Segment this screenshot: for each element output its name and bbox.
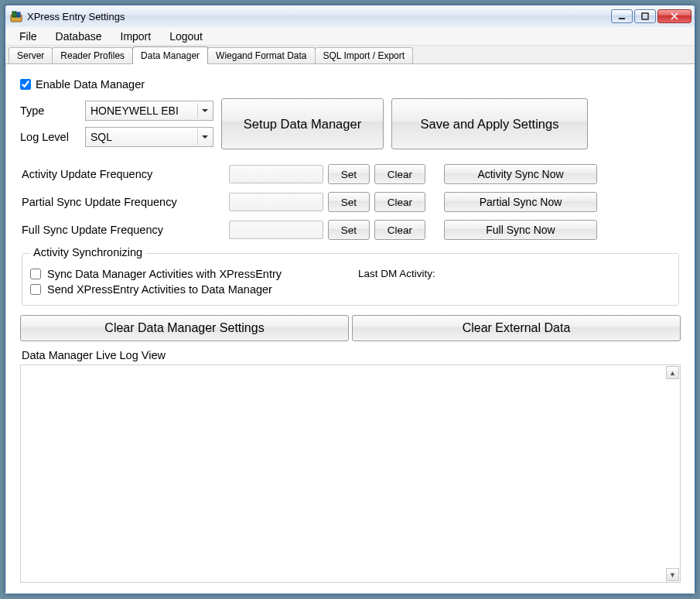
tab-wiegand[interactable]: Wiegand Format Data [207, 47, 315, 63]
group-legend: Activity Synchronizing [30, 246, 145, 258]
tab-server[interactable]: Server [9, 47, 53, 63]
tabstrip: Server Reader Profiles Data Manager Wieg… [5, 46, 695, 64]
last-dm-activity: Last DM Activity: [358, 266, 671, 297]
full-clear-button[interactable]: Clear [374, 220, 425, 240]
menubar: File Database Import Logout [5, 27, 695, 46]
activity-freq-label: Activity Update Frequency [22, 168, 224, 180]
svg-rect-3 [619, 18, 625, 19]
loglevel-label: Log Level [20, 131, 85, 143]
clear-external-data-button[interactable]: Clear External Data [352, 315, 681, 341]
full-set-button[interactable]: Set [328, 220, 370, 240]
partial-set-button[interactable]: Set [328, 192, 370, 212]
type-value: HONEYWELL EBI [90, 104, 179, 117]
activity-sync-group: Activity Synchronizing Sync Data Manager… [22, 253, 679, 306]
activity-freq-input[interactable] [229, 165, 323, 183]
titlebar: XPress Entry Settings [5, 5, 695, 27]
top-config-row: Type HONEYWELL EBI Log Level SQL Setup D… [15, 98, 685, 160]
window-title: XPress Entry Settings [27, 11, 611, 22]
close-button[interactable] [657, 9, 691, 23]
scrollbar-up-icon[interactable]: ▲ [666, 366, 679, 379]
menu-database[interactable]: Database [46, 28, 111, 45]
menu-file[interactable]: File [10, 28, 46, 45]
frequency-block: Activity Update Frequency Set Clear Acti… [15, 160, 685, 252]
svg-rect-2 [17, 12, 20, 17]
activity-sync-now-button[interactable]: Activity Sync Now [444, 164, 597, 184]
partial-sync-now-button[interactable]: Partial Sync Now [444, 192, 597, 212]
app-icon [10, 10, 22, 22]
svg-rect-1 [12, 12, 16, 17]
partial-clear-button[interactable]: Clear [374, 192, 425, 212]
chevron-down-icon [197, 103, 211, 118]
tab-data-manager[interactable]: Data Manager [132, 46, 208, 64]
sync-with-xe-checkbox[interactable] [30, 269, 41, 279]
scrollbar-down-icon[interactable]: ▼ [666, 568, 679, 581]
full-sync-now-button[interactable]: Full Sync Now [444, 220, 597, 240]
send-to-dm-label: Send XPressEntry Activities to Data Mana… [47, 283, 272, 296]
sync-with-xe-label: Sync Data Manager Activities with XPress… [47, 268, 282, 280]
enable-dm-row: Enable Data Manager [15, 75, 685, 98]
tab-reader-profiles[interactable]: Reader Profiles [52, 47, 133, 63]
enable-dm-label: Enable Data Manager [36, 78, 145, 91]
svg-rect-4 [642, 13, 648, 19]
activity-clear-button[interactable]: Clear [374, 164, 425, 184]
clear-buttons-row: Clear Data Manager Settings Clear Extern… [15, 312, 685, 347]
send-to-dm-checkbox[interactable] [30, 284, 41, 295]
last-activity-label: Last DM Activity: [358, 268, 435, 279]
partial-freq-input[interactable] [229, 193, 323, 211]
full-freq-input[interactable] [229, 221, 323, 239]
type-label: Type [20, 104, 85, 117]
app-window: XPress Entry Settings File Database Impo… [5, 5, 695, 594]
menu-import[interactable]: Import [111, 28, 161, 45]
setup-dm-button[interactable]: Setup Data Manager [221, 98, 384, 149]
enable-dm-checkbox[interactable] [20, 79, 31, 90]
full-freq-label: Full Sync Update Frequency [22, 224, 224, 236]
log-view-label: Data Manager Live Log View [15, 347, 685, 365]
activity-set-button[interactable]: Set [328, 164, 370, 184]
type-combo[interactable]: HONEYWELL EBI [85, 101, 213, 121]
chevron-down-icon [197, 129, 211, 145]
loglevel-value: SQL [90, 131, 112, 143]
save-apply-button[interactable]: Save and Apply Settings [391, 98, 588, 149]
clear-dm-settings-button[interactable]: Clear Data Manager Settings [20, 315, 349, 341]
tab-sql-import[interactable]: SQL Import / Export [315, 47, 414, 63]
partial-freq-label: Partial Sync Update Frequency [22, 196, 224, 208]
minimize-button[interactable] [611, 9, 633, 23]
window-controls [611, 9, 691, 23]
menu-logout[interactable]: Logout [160, 28, 212, 45]
tab-content: Enable Data Manager Type HONEYWELL EBI L… [5, 64, 695, 594]
log-view[interactable]: ▲ ▼ [20, 365, 681, 583]
maximize-button[interactable] [634, 9, 656, 23]
loglevel-combo[interactable]: SQL [85, 127, 213, 147]
